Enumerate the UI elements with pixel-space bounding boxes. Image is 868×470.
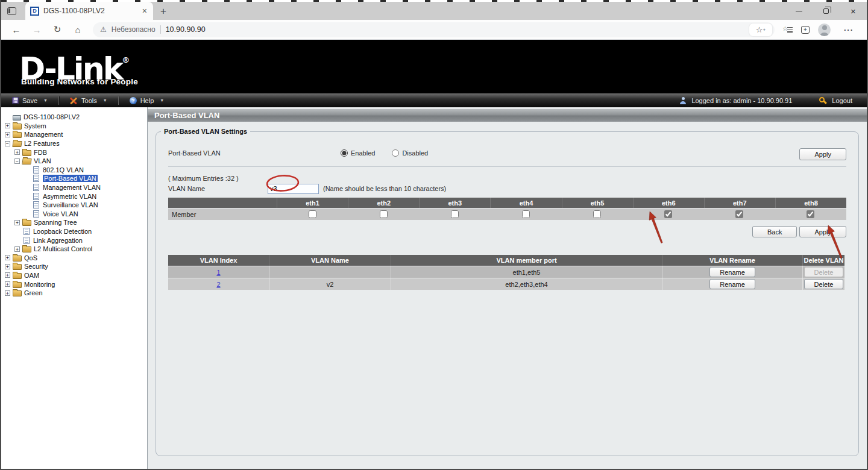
member-checkbox-eth1[interactable]	[309, 210, 316, 218]
vlan-name-input[interactable]	[268, 184, 319, 194]
tree-item-voice-vlan[interactable]: Voice VLAN	[4, 210, 147, 219]
close-button[interactable]: ×	[840, 2, 867, 20]
security-label[interactable]: Небезопасно	[112, 25, 156, 34]
tree-item-label[interactable]: Green	[24, 289, 43, 296]
tree-item-label[interactable]: FDB	[34, 149, 47, 156]
tree-item-port-based-vlan[interactable]: Port-Based VLAN	[4, 174, 147, 183]
expand-toggle-icon[interactable]: +	[14, 246, 20, 252]
tree-item-label[interactable]: Asymmetric VLAN	[43, 193, 96, 200]
expand-toggle-icon[interactable]: +	[14, 220, 20, 225]
tree-item-label[interactable]: Port-Based VLAN	[43, 175, 98, 182]
tools-menu[interactable]: Tools ▼	[59, 97, 118, 104]
url-text[interactable]: 10.90.90.90	[166, 25, 744, 34]
expand-toggle-icon[interactable]: +	[14, 149, 20, 155]
new-tab-button[interactable]: +	[153, 3, 174, 20]
back-icon[interactable]: ←	[7, 25, 25, 35]
profile-avatar[interactable]	[818, 24, 831, 36]
member-checkbox-eth6[interactable]	[664, 210, 672, 218]
forward-icon[interactable]: →	[28, 25, 46, 35]
home-icon[interactable]: ⌂	[69, 25, 87, 35]
tree-item-qos[interactable]: +QoS	[4, 254, 147, 263]
rename-button[interactable]: Rename	[709, 267, 755, 277]
url-field[interactable]: ⚠ Небезопасно 10.90.90.90 ☆+	[93, 22, 775, 37]
tab-actions-button[interactable]	[1, 2, 22, 20]
tree-item-asymmetric-vlan[interactable]: Asymmetric VLAN	[4, 192, 147, 201]
tree-item-label[interactable]: VLAN	[34, 157, 51, 164]
tree-item-label[interactable]: Spanning Tree	[34, 219, 77, 226]
enabled-radio[interactable]: Enabled	[341, 149, 375, 157]
member-checkbox-eth7[interactable]	[735, 210, 743, 218]
tree-item-label[interactable]: L2 Multicast Control	[34, 245, 92, 252]
collapse-toggle-icon[interactable]: −	[5, 141, 10, 146]
tree-item-link-aggregation[interactable]: Link Aggregation	[4, 236, 147, 245]
disabled-radio[interactable]: Disabled	[392, 149, 428, 157]
member-checkbox-eth4[interactable]	[522, 210, 530, 218]
tree-item-label[interactable]: Management	[24, 131, 63, 138]
tab-close-icon[interactable]: ×	[141, 6, 148, 16]
vlan-index-link[interactable]: 1	[216, 269, 220, 276]
browser-menu-icon[interactable]: ···	[839, 25, 858, 34]
tree-item-management-vlan[interactable]: Management VLAN	[4, 183, 147, 192]
tree-item-l2-multicast-control[interactable]: +L2 Multicast Control	[4, 245, 147, 254]
tree-item-label[interactable]: DGS-1100-08PLV2	[24, 113, 80, 121]
member-checkbox-eth8[interactable]	[807, 210, 814, 218]
tree-item-vlan[interactable]: −VLAN	[4, 157, 147, 166]
save-menu[interactable]: Save ▼	[1, 97, 58, 104]
vlan-index-link[interactable]: 2	[216, 281, 220, 288]
tree-item-label[interactable]: Management VLAN	[43, 184, 101, 191]
collections-icon[interactable]	[783, 26, 793, 34]
expand-toggle-icon[interactable]: +	[5, 132, 10, 137]
member-checkbox-eth2[interactable]	[380, 210, 388, 218]
tree-item-label[interactable]: Voice VLAN	[43, 210, 78, 218]
browser-tab[interactable]: D DGS-1100-08PLV2 ×	[25, 2, 153, 20]
tree-item-loopback-detection[interactable]: Loopback Detection	[4, 227, 147, 236]
tree-item-label[interactable]: Loopback Detection	[33, 228, 92, 235]
add-favorite-button[interactable]: ☆+	[749, 24, 772, 36]
tree-item-spanning-tree[interactable]: +Spanning Tree	[4, 218, 147, 227]
tab-groups-icon[interactable]: +	[801, 26, 810, 34]
refresh-icon[interactable]: ↻	[48, 24, 66, 35]
not-secure-warning-icon[interactable]: ⚠	[100, 25, 107, 34]
tree-item-label[interactable]: OAM	[24, 272, 39, 279]
rename-button[interactable]: Rename	[709, 279, 755, 289]
back-button[interactable]: Back	[752, 226, 797, 237]
member-checkbox-eth3[interactable]	[451, 210, 459, 218]
apply-state-button[interactable]: Apply	[799, 148, 846, 160]
tree-item-label[interactable]: 802.1Q VLAN	[43, 166, 84, 174]
delete-button[interactable]: Delete	[804, 279, 844, 289]
logout-button[interactable]: Logout	[832, 97, 861, 104]
enabled-radio-input[interactable]	[341, 149, 348, 157]
restore-button[interactable]	[813, 2, 840, 20]
tree-item-surveillance-vlan[interactable]: Surveillance VLAN	[4, 201, 147, 210]
tree-item-802-1q-vlan[interactable]: 802.1Q VLAN	[4, 166, 147, 175]
tree-item-label[interactable]: Link Aggregation	[33, 237, 83, 244]
expand-toggle-icon[interactable]: +	[5, 264, 10, 269]
collapse-toggle-icon[interactable]: −	[14, 158, 20, 164]
disabled-radio-input[interactable]	[392, 149, 399, 157]
tree-item-oam[interactable]: +OAM	[4, 271, 147, 280]
expand-toggle-icon[interactable]: +	[5, 255, 10, 260]
minimize-button[interactable]	[785, 2, 813, 20]
tree-item-label[interactable]: Monitoring	[24, 281, 55, 288]
tree-item-security[interactable]: +Security	[4, 262, 147, 271]
help-menu[interactable]: ? Help ▼	[119, 97, 175, 104]
tree-item-management[interactable]: +Management	[4, 130, 147, 139]
expand-toggle-icon[interactable]: +	[5, 290, 10, 296]
tree-item-green[interactable]: +Green	[4, 289, 147, 298]
tree-item-label[interactable]: System	[24, 122, 46, 130]
tree-item-label[interactable]: Surveillance VLAN	[43, 201, 98, 208]
expand-toggle-icon[interactable]: +	[5, 123, 10, 128]
tree-item-label[interactable]: QoS	[24, 254, 37, 262]
expand-toggle-icon[interactable]: +	[5, 272, 10, 278]
tree-item-dgs-1100-08plv2[interactable]: DGS-1100-08PLV2	[4, 113, 147, 122]
apply-members-button[interactable]: Apply	[799, 226, 846, 237]
tree-item-fdb[interactable]: +FDB	[4, 148, 147, 157]
tree-item-system[interactable]: +System	[4, 122, 147, 131]
expand-toggle-icon[interactable]: +	[5, 281, 10, 287]
member-checkbox-eth5[interactable]	[593, 210, 601, 218]
tree-item-label[interactable]: L2 Features	[24, 140, 60, 147]
tree-item-label[interactable]: Security	[24, 263, 48, 270]
tree-item-monitoring[interactable]: +Monitoring	[4, 280, 147, 289]
tree-item-l2-features[interactable]: −L2 Features	[4, 139, 147, 148]
url-divider	[160, 25, 161, 34]
